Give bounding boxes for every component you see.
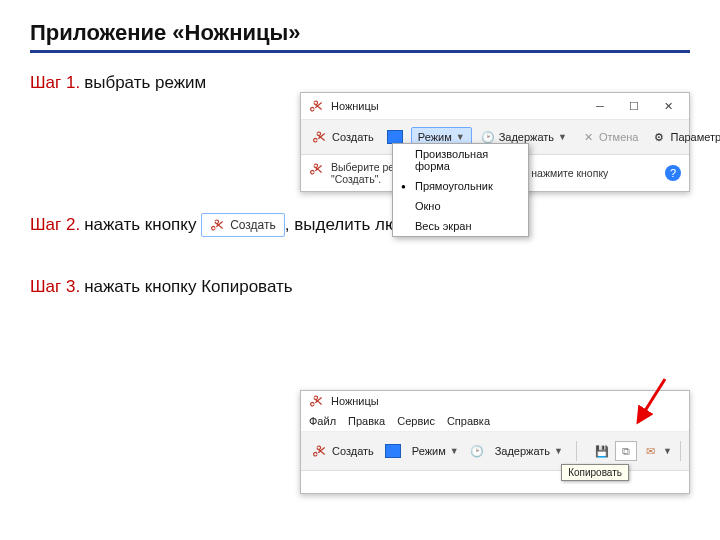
scissors-icon [210, 217, 226, 233]
scissors-icon [309, 98, 325, 114]
cancel-button-label: Отмена [599, 131, 638, 143]
gear-icon: ⚙ [652, 130, 666, 144]
step-2: Шаг 2. нажать кнопку Создать , выделить … [30, 213, 690, 237]
chevron-down-icon: ▼ [456, 132, 465, 142]
maximize-button[interactable]: ☐ [617, 95, 651, 117]
minimize-button[interactable]: ─ [583, 95, 617, 117]
clock-icon: 🕑 [470, 444, 484, 458]
titlebar[interactable]: Ножницы ─ ☐ ✕ [301, 93, 689, 120]
rect-icon [385, 444, 401, 458]
create-button-inline[interactable]: Создать [201, 213, 285, 237]
cancel-button[interactable]: ✕ Отмена [576, 127, 643, 147]
options-button-label: Параметры [670, 131, 720, 143]
chevron-down-icon: ▼ [554, 446, 563, 456]
delay-button-label: Задержать [495, 445, 550, 457]
delay-button-label: Задержать [499, 131, 554, 143]
delay-button[interactable]: Задержать ▼ [490, 442, 568, 460]
menu-edit[interactable]: Правка [348, 415, 385, 427]
scissors-icon [312, 443, 328, 459]
hint-text-b: "Создать". [331, 173, 381, 185]
window-title: Ножницы [331, 395, 379, 407]
hint-text-a: Выберите ре [331, 161, 394, 173]
menu-help[interactable]: Справка [447, 415, 490, 427]
new-button-label: Создать [332, 445, 374, 457]
chevron-down-icon: ▼ [558, 132, 567, 142]
copy-icon: ⧉ [619, 444, 633, 458]
step-1-text: выбрать режим [84, 73, 206, 93]
mode-option-fullscreen[interactable]: Весь экран [393, 216, 528, 236]
step-2-num: Шаг 2. [30, 215, 80, 235]
copy-tooltip: Копировать [561, 464, 629, 481]
title-underline [30, 50, 690, 53]
save-icon[interactable]: 💾 [595, 444, 609, 458]
create-button-inline-label: Создать [230, 218, 276, 232]
options-button[interactable]: ⚙ Параметры [647, 127, 720, 147]
page-title: Приложение «Ножницы» [30, 20, 690, 46]
step-1: Шаг 1. выбрать режим [30, 73, 690, 93]
new-button[interactable]: Создать [307, 440, 379, 462]
scissors-icon [312, 129, 328, 145]
mail-icon[interactable]: ✉ [643, 444, 657, 458]
step-2-text-before: нажать кнопку [84, 215, 196, 235]
step-3: Шаг 3. нажать кнопку Копировать [30, 277, 690, 297]
close-button[interactable]: ✕ [651, 95, 685, 117]
clock-icon: 🕑 [481, 130, 495, 144]
mode-dropdown: Произвольная форма Прямоугольник Окно Ве… [392, 143, 529, 237]
menu-tools[interactable]: Сервис [397, 415, 435, 427]
menu-file[interactable]: Файл [309, 415, 336, 427]
chevron-down-icon: ▼ [663, 446, 672, 456]
window-title: Ножницы [331, 100, 379, 112]
mode-button-label: Режим [412, 445, 446, 457]
svg-line-0 [638, 379, 665, 422]
divider [576, 441, 577, 461]
step-3-num: Шаг 3. [30, 277, 80, 297]
rect-icon [387, 130, 403, 144]
new-button[interactable]: Создать [307, 126, 379, 148]
canvas-area [301, 471, 689, 493]
help-icon[interactable]: ? [665, 165, 681, 181]
pointer-arrow [630, 374, 670, 438]
new-button-label: Создать [332, 131, 374, 143]
divider [680, 441, 681, 461]
scissors-icon [309, 161, 325, 177]
mode-option-rect[interactable]: Прямоугольник [393, 176, 528, 196]
step-1-num: Шаг 1. [30, 73, 80, 93]
copy-button[interactable]: ⧉ [615, 441, 637, 461]
mode-button[interactable]: Режим ▼ [407, 442, 464, 460]
scissors-icon [309, 393, 325, 409]
step-3-text: нажать кнопку Копировать [84, 277, 293, 297]
mode-option-freeform[interactable]: Произвольная форма [393, 144, 528, 176]
x-icon: ✕ [581, 130, 595, 144]
chevron-down-icon: ▼ [450, 446, 459, 456]
mode-button-label: Режим [418, 131, 452, 143]
mode-option-window[interactable]: Окно [393, 196, 528, 216]
